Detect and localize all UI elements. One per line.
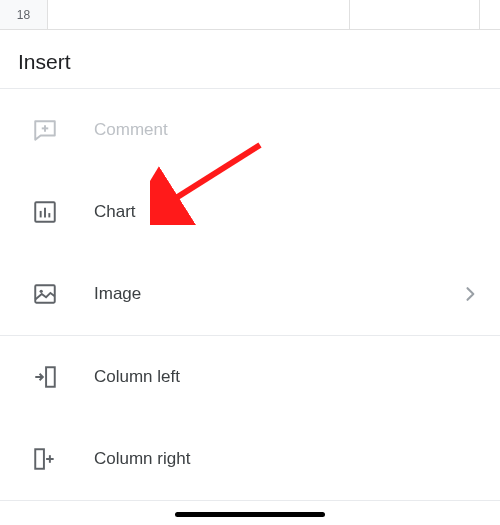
svg-rect-8 <box>46 367 55 387</box>
panel-title: Insert <box>0 30 500 88</box>
column-left-icon <box>32 364 58 390</box>
image-icon <box>32 281 58 307</box>
cell[interactable] <box>48 0 350 29</box>
column-right-icon <box>32 446 58 472</box>
cell[interactable] <box>480 0 500 29</box>
chart-icon <box>32 199 58 225</box>
spreadsheet-row: 18 <box>0 0 500 30</box>
menu-label: Column right <box>94 449 480 469</box>
insert-comment-item[interactable]: Comment <box>0 89 500 171</box>
row-number: 18 <box>0 0 48 29</box>
menu-label: Image <box>94 284 460 304</box>
chevron-right-icon <box>460 284 480 304</box>
insert-column-left-item[interactable]: Column left <box>0 336 500 418</box>
insert-image-item[interactable]: Image <box>0 253 500 335</box>
menu-label: Chart <box>94 202 480 222</box>
menu-label: Column left <box>94 367 480 387</box>
insert-column-right-item[interactable]: Column right <box>0 418 500 500</box>
menu-label: Comment <box>94 120 480 140</box>
comment-icon <box>32 117 58 143</box>
icon-partial <box>32 515 58 525</box>
insert-chart-item[interactable]: Chart <box>0 171 500 253</box>
svg-point-7 <box>40 290 43 293</box>
svg-rect-10 <box>35 449 44 469</box>
menu-item-partial[interactable] <box>0 501 500 521</box>
cell[interactable] <box>350 0 480 29</box>
home-indicator <box>175 512 325 517</box>
